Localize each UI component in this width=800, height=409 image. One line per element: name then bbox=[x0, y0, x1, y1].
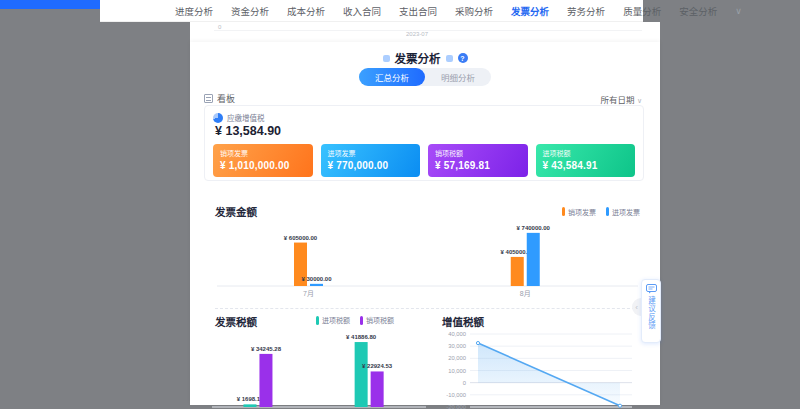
invoice-tax-chart[interactable]: ¥ 1698.11¥ 34245.287月¥ 41886.80¥ 22924.5… bbox=[210, 326, 428, 409]
tab-发票分析[interactable]: 发票分析 bbox=[511, 4, 549, 18]
stat-card: 进项发票 ¥ 770,000.00 bbox=[321, 144, 421, 177]
data-point bbox=[618, 404, 621, 407]
legend-label: 进项税额 bbox=[322, 315, 350, 325]
toggle-detail-analysis[interactable]: 明细分析 bbox=[425, 68, 491, 86]
stat-card-value: ¥ 770,000.00 bbox=[328, 160, 414, 171]
stat-card: 销项税额 ¥ 57,169.81 bbox=[428, 144, 528, 177]
board-label: 看板 bbox=[217, 92, 235, 105]
bar bbox=[355, 342, 368, 407]
legend-item[interactable]: 销项税额 bbox=[360, 315, 394, 325]
board-icon bbox=[204, 94, 213, 103]
content-panel: 0 2023-07 发票分析 ? 汇总分析 明细分析 看板 所有日期 ∨ bbox=[190, 22, 660, 405]
legend-chip bbox=[316, 316, 319, 325]
nav-tabs: 进度分析资金分析成本分析收入合同支出合同采购分析发票分析劳务分析质量分析安全分析 bbox=[175, 4, 735, 18]
date-filter-dropdown[interactable]: 所有日期 ∨ bbox=[600, 93, 642, 105]
invoice-amount-header: 发票金额 销项发票进项发票 bbox=[215, 204, 640, 219]
bar bbox=[310, 284, 323, 286]
page-title-row: 发票分析 ? bbox=[190, 50, 660, 66]
svg-text:40,000: 40,000 bbox=[448, 331, 466, 337]
svg-text:¥ 30000.00: ¥ 30000.00 bbox=[301, 276, 332, 282]
legend-label: 进项发票 bbox=[612, 207, 640, 217]
help-icon[interactable]: ? bbox=[458, 53, 468, 63]
legend-item[interactable]: 进项税额 bbox=[316, 315, 350, 325]
bottom-headers: 发票税额 进项税额销项税额 增值税额 bbox=[190, 314, 660, 326]
filter-bar: 看板 所有日期 ∨ bbox=[204, 92, 642, 105]
stat-cards: 销项发票 ¥ 1,010,000.00进项发票 ¥ 770,000.00销项税额… bbox=[213, 144, 635, 177]
stat-card-value: ¥ 1,010,000.00 bbox=[220, 160, 306, 171]
stat-card: 进项税额 ¥ 43,584.91 bbox=[536, 144, 636, 177]
legend-item[interactable]: 销项发票 bbox=[562, 207, 596, 217]
tab-成本分析[interactable]: 成本分析 bbox=[287, 4, 325, 18]
tab-进度分析[interactable]: 进度分析 bbox=[175, 4, 213, 18]
chevron-down-icon: ∨ bbox=[637, 97, 642, 104]
tab-安全分析[interactable]: 安全分析 bbox=[679, 4, 717, 18]
svg-text:-10,000: -10,000 bbox=[446, 392, 466, 398]
tab-质量分析[interactable]: 质量分析 bbox=[623, 4, 661, 18]
title-decor-icon bbox=[446, 55, 453, 62]
svg-text:20,000: 20,000 bbox=[448, 355, 466, 361]
tab-劳务分析[interactable]: 劳务分析 bbox=[567, 4, 605, 18]
page-title: 发票分析 bbox=[395, 50, 441, 66]
legend-item[interactable]: 进项发票 bbox=[606, 207, 640, 217]
view-toggle: 汇总分析 明细分析 bbox=[190, 68, 660, 86]
tab-支出合同[interactable]: 支出合同 bbox=[399, 4, 437, 18]
svg-text:0: 0 bbox=[463, 380, 466, 386]
invoice-amount-legend: 销项发票进项发票 bbox=[562, 207, 640, 217]
legend-label: 销项发票 bbox=[568, 207, 596, 217]
bar bbox=[243, 404, 256, 407]
chat-bubble-icon bbox=[646, 284, 657, 294]
data-point bbox=[476, 341, 479, 344]
tab-资金分析[interactable]: 资金分析 bbox=[231, 4, 269, 18]
svg-text:¥ 605000.00: ¥ 605000.00 bbox=[284, 235, 318, 241]
summary-panel: 应缴增值税 ¥ 13,584.90 销项发票 ¥ 1,010,000.00进项发… bbox=[204, 105, 644, 181]
bar bbox=[371, 371, 384, 407]
stat-card-value: ¥ 43,584.91 bbox=[543, 160, 629, 171]
stat-card: 销项发票 ¥ 1,010,000.00 bbox=[213, 144, 313, 177]
stat-card-label: 进项税额 bbox=[543, 148, 629, 158]
bar bbox=[511, 257, 524, 286]
remnant-x-tick: 2023-07 bbox=[395, 31, 439, 37]
feedback-widget[interactable]: 建议反馈 bbox=[641, 279, 661, 343]
top-blue-fragment bbox=[0, 0, 100, 9]
vat-label: 应缴增值税 bbox=[227, 112, 265, 123]
svg-text:10,000: 10,000 bbox=[448, 368, 466, 374]
stat-card-label: 销项税额 bbox=[435, 148, 521, 158]
svg-text:¥ 22924.53: ¥ 22924.53 bbox=[362, 363, 393, 369]
title-decor-icon bbox=[383, 55, 390, 62]
svg-text:30,000: 30,000 bbox=[448, 343, 466, 349]
svg-text:¥ 41886.80: ¥ 41886.80 bbox=[346, 334, 377, 340]
invoice-amount-chart[interactable]: ¥ 605000.00¥ 30000.007月¥ 405000.00¥ 7400… bbox=[215, 218, 640, 306]
legend-chip bbox=[562, 207, 565, 216]
stat-card-value: ¥ 57,169.81 bbox=[435, 160, 521, 171]
toggle-summary-analysis[interactable]: 汇总分析 bbox=[359, 68, 425, 86]
module-navbar: 进度分析资金分析成本分析收入合同支出合同采购分析发票分析劳务分析质量分析安全分析… bbox=[100, 0, 643, 22]
invoice-analysis-card: 发票分析 ? 汇总分析 明细分析 看板 所有日期 ∨ 应缴增值税 ¥ 13,58… bbox=[190, 42, 660, 405]
bar bbox=[259, 354, 272, 407]
svg-text:-20,000: -20,000 bbox=[446, 404, 466, 409]
svg-text:¥ 34245.28: ¥ 34245.28 bbox=[251, 346, 282, 352]
legend-label: 销项税额 bbox=[366, 315, 394, 325]
feedback-label: 建议反馈 bbox=[646, 296, 657, 330]
section-title-invoice-amount: 发票金额 bbox=[215, 204, 257, 219]
tab-采购分析[interactable]: 采购分析 bbox=[455, 4, 493, 18]
invoice-tax-legend: 进项税额销项税额 bbox=[316, 315, 394, 325]
stat-card-label: 进项发票 bbox=[328, 148, 414, 158]
vat-value: ¥ 13,584.90 bbox=[215, 124, 281, 138]
legend-chip bbox=[606, 207, 609, 216]
vat-pie-icon bbox=[213, 113, 223, 123]
bar bbox=[527, 233, 540, 286]
chevron-down-icon[interactable]: ∨ bbox=[735, 6, 742, 16]
stat-card-label: 销项发票 bbox=[220, 148, 306, 158]
vat-line-chart[interactable]: 40,00030,00020,00010,0000-10,000-20,0002… bbox=[436, 326, 642, 409]
svg-text:8月: 8月 bbox=[520, 290, 531, 298]
divider bbox=[215, 308, 640, 309]
tab-收入合同[interactable]: 收入合同 bbox=[343, 4, 381, 18]
legend-chip bbox=[360, 316, 363, 325]
svg-text:7月: 7月 bbox=[303, 290, 314, 298]
svg-text:¥ 740000.00: ¥ 740000.00 bbox=[517, 225, 551, 231]
